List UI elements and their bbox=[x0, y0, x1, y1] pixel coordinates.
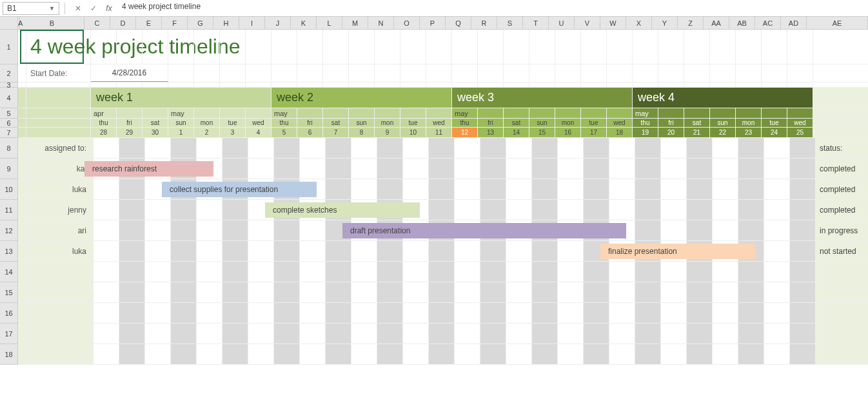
cell[interactable] bbox=[452, 82, 478, 87]
cell[interactable] bbox=[687, 159, 713, 179]
column-header[interactable]: Y bbox=[652, 17, 678, 29]
cell[interactable] bbox=[529, 64, 555, 82]
column-header[interactable]: P bbox=[420, 17, 446, 29]
start-date-value[interactable]: 4/28/2016 bbox=[91, 64, 168, 82]
cell[interactable] bbox=[555, 30, 581, 64]
cell[interactable] bbox=[197, 344, 222, 364]
cell[interactable] bbox=[351, 324, 377, 344]
cell[interactable] bbox=[274, 241, 300, 261]
cell[interactable] bbox=[197, 303, 222, 323]
row-header[interactable]: 8 bbox=[0, 138, 17, 159]
row-header[interactable]: 14 bbox=[0, 262, 17, 282]
cell[interactable] bbox=[326, 138, 351, 158]
cell[interactable] bbox=[738, 179, 764, 199]
row-header[interactable]: 5 bbox=[0, 108, 17, 119]
cell[interactable] bbox=[222, 303, 248, 323]
cell[interactable] bbox=[609, 159, 635, 179]
cell[interactable] bbox=[532, 159, 558, 179]
cell[interactable] bbox=[762, 64, 787, 82]
cell[interactable] bbox=[197, 262, 222, 282]
column-header[interactable]: W bbox=[600, 17, 626, 29]
column-header[interactable]: B bbox=[20, 17, 84, 29]
cell[interactable] bbox=[29, 282, 94, 302]
cell[interactable] bbox=[713, 262, 738, 282]
cell[interactable] bbox=[609, 138, 635, 158]
cell[interactable] bbox=[713, 324, 738, 344]
cell[interactable] bbox=[506, 344, 532, 364]
column-header[interactable]: I bbox=[239, 17, 265, 29]
cell[interactable] bbox=[18, 303, 29, 323]
cell[interactable] bbox=[609, 200, 635, 220]
cell[interactable] bbox=[248, 138, 274, 158]
row-header[interactable]: 6 bbox=[0, 119, 17, 128]
cell[interactable] bbox=[661, 138, 687, 158]
cell[interactable] bbox=[222, 344, 248, 364]
cell[interactable] bbox=[400, 82, 426, 87]
cell[interactable] bbox=[713, 282, 738, 302]
cell[interactable] bbox=[300, 282, 326, 302]
cell[interactable] bbox=[326, 262, 351, 282]
cell[interactable] bbox=[558, 344, 584, 364]
cell[interactable] bbox=[635, 179, 661, 199]
cell[interactable] bbox=[248, 241, 274, 261]
cell[interactable] bbox=[377, 138, 403, 158]
cell[interactable] bbox=[18, 30, 26, 64]
row-header[interactable]: 9 bbox=[0, 159, 17, 179]
cell[interactable] bbox=[349, 82, 375, 87]
cell[interactable] bbox=[635, 344, 661, 364]
cell[interactable] bbox=[349, 30, 375, 64]
cell[interactable] bbox=[171, 200, 197, 220]
column-header[interactable]: G bbox=[188, 17, 213, 29]
task-bar[interactable]: research rainforest bbox=[84, 161, 213, 177]
cell[interactable] bbox=[18, 179, 29, 199]
column-header[interactable]: J bbox=[265, 17, 291, 29]
cell[interactable] bbox=[635, 262, 661, 282]
cell[interactable] bbox=[220, 30, 246, 64]
row-header[interactable]: 10 bbox=[0, 179, 17, 200]
cell[interactable] bbox=[429, 159, 455, 179]
cell[interactable] bbox=[661, 179, 687, 199]
cell[interactable] bbox=[300, 220, 326, 240]
cell[interactable] bbox=[504, 30, 529, 64]
cell[interactable] bbox=[687, 220, 713, 240]
name-box[interactable]: B1 ▼ bbox=[3, 2, 59, 15]
cell[interactable] bbox=[558, 241, 584, 261]
cell[interactable] bbox=[687, 282, 713, 302]
column-header[interactable]: AC bbox=[755, 17, 781, 29]
cell[interactable] bbox=[687, 262, 713, 282]
cell[interactable] bbox=[455, 282, 480, 302]
cell[interactable] bbox=[480, 200, 506, 220]
cell[interactable] bbox=[480, 138, 506, 158]
cell[interactable] bbox=[26, 128, 91, 137]
column-header[interactable]: AA bbox=[704, 17, 729, 29]
cell[interactable] bbox=[738, 200, 764, 220]
cell[interactable] bbox=[738, 138, 764, 158]
cell[interactable] bbox=[326, 324, 351, 344]
cell[interactable] bbox=[26, 108, 91, 118]
cell[interactable] bbox=[452, 30, 478, 64]
cell[interactable] bbox=[119, 344, 145, 364]
column-header[interactable]: X bbox=[626, 17, 652, 29]
cell[interactable] bbox=[274, 220, 300, 240]
cell[interactable] bbox=[658, 30, 684, 64]
cell[interactable] bbox=[94, 179, 119, 199]
cell[interactable] bbox=[790, 262, 816, 282]
cell[interactable] bbox=[532, 179, 558, 199]
column-header[interactable]: S bbox=[497, 17, 523, 29]
cell[interactable] bbox=[764, 200, 790, 220]
task-bar[interactable]: collect supplies for presentation bbox=[162, 182, 317, 197]
cell[interactable] bbox=[300, 241, 326, 261]
cell[interactable] bbox=[713, 138, 738, 158]
cell[interactable] bbox=[375, 64, 400, 82]
row-header[interactable]: 18 bbox=[0, 344, 17, 365]
cell[interactable] bbox=[764, 324, 790, 344]
cell[interactable] bbox=[609, 282, 635, 302]
cell[interactable] bbox=[119, 303, 145, 323]
cell[interactable] bbox=[813, 82, 868, 87]
cell[interactable] bbox=[661, 159, 687, 179]
cell[interactable] bbox=[274, 282, 300, 302]
cell[interactable] bbox=[480, 303, 506, 323]
cell[interactable] bbox=[246, 82, 271, 87]
column-header[interactable]: Q bbox=[446, 17, 471, 29]
cell[interactable] bbox=[248, 344, 274, 364]
